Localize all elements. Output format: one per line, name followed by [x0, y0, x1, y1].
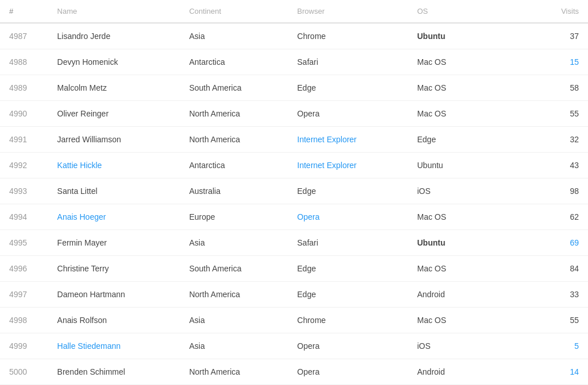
cell-os: iOS: [408, 333, 528, 359]
table-row: 4995Fermin MayerAsiaSafariUbuntu69: [0, 230, 588, 256]
cell-name: Christine Terry: [48, 256, 180, 282]
cell-visits: 69: [528, 230, 588, 256]
cell-name: Jarred Williamson: [48, 127, 180, 153]
cell-id: 4988: [0, 49, 48, 75]
table-row: 4992Kattie HickleAntarcticaInternet Expl…: [0, 153, 588, 178]
table-row: 4994Anais HoegerEuropeOperaMac OS62: [0, 204, 588, 230]
cell-browser: Safari: [288, 49, 408, 75]
cell-continent: Asia: [180, 230, 288, 256]
cell-continent: North America: [180, 359, 288, 385]
cell-continent: South America: [180, 75, 288, 101]
cell-os: Mac OS: [408, 256, 528, 282]
cell-id: 5000: [0, 359, 48, 385]
cell-id: 4994: [0, 204, 48, 230]
table-row: 4999Halle StiedemannAsiaOperaiOS5: [0, 333, 588, 359]
cell-name: Brenden Schimmel: [48, 359, 180, 385]
header-name: Name: [48, 0, 180, 23]
cell-browser: Edge: [288, 256, 408, 282]
cell-name: Fermin Mayer: [48, 230, 180, 256]
cell-name: Malcolm Metz: [48, 75, 180, 101]
cell-id: 4997: [0, 282, 48, 308]
cell-browser: Opera: [288, 101, 408, 127]
cell-browser: Chrome: [288, 308, 408, 333]
header-visits: Visits: [528, 0, 588, 23]
table-row: 4987Lisandro JerdeAsiaChromeUbuntu37: [0, 23, 588, 49]
cell-browser: Edge: [288, 178, 408, 204]
cell-os: Mac OS: [408, 75, 528, 101]
cell-continent: North America: [180, 101, 288, 127]
cell-visits: 33: [528, 282, 588, 308]
table-header-row: # Name Continent Browser OS Visits: [0, 0, 588, 23]
cell-browser: Opera: [288, 204, 408, 230]
header-continent: Continent: [180, 0, 288, 23]
cell-os: Mac OS: [408, 308, 528, 333]
cell-visits: 55: [528, 101, 588, 127]
cell-browser: Edge: [288, 75, 408, 101]
cell-name: Anais Hoeger: [48, 204, 180, 230]
cell-name: Santa Littel: [48, 178, 180, 204]
cell-name: Oliver Reinger: [48, 101, 180, 127]
cell-os: Ubuntu: [408, 153, 528, 178]
table-row: 4989Malcolm MetzSouth AmericaEdgeMac OS5…: [0, 75, 588, 101]
cell-visits: 5: [528, 333, 588, 359]
cell-id: 4995: [0, 230, 48, 256]
cell-browser: Opera: [288, 359, 408, 385]
cell-os: Ubuntu: [408, 23, 528, 49]
cell-continent: Antarctica: [180, 153, 288, 178]
cell-continent: North America: [180, 127, 288, 153]
table-row: 4996Christine TerrySouth AmericaEdgeMac …: [0, 256, 588, 282]
cell-browser: Internet Explorer: [288, 127, 408, 153]
cell-name: Kattie Hickle: [48, 153, 180, 178]
header-num: #: [0, 0, 48, 23]
cell-id: 4987: [0, 23, 48, 49]
cell-visits: 15: [528, 49, 588, 75]
cell-visits: 37: [528, 23, 588, 49]
cell-visits: 98: [528, 178, 588, 204]
cell-os: Android: [408, 282, 528, 308]
cell-name: Devyn Homenick: [48, 49, 180, 75]
cell-id: 4991: [0, 127, 48, 153]
cell-os: iOS: [408, 178, 528, 204]
cell-name: Halle Stiedemann: [48, 333, 180, 359]
cell-os: Android: [408, 359, 528, 385]
cell-visits: 62: [528, 204, 588, 230]
table-row: 4997Dameon HartmannNorth AmericaEdgeAndr…: [0, 282, 588, 308]
cell-id: 4998: [0, 308, 48, 333]
header-os: OS: [408, 0, 528, 23]
cell-id: 4993: [0, 178, 48, 204]
cell-browser: Internet Explorer: [288, 153, 408, 178]
cell-browser: Safari: [288, 230, 408, 256]
cell-name: Dameon Hartmann: [48, 282, 180, 308]
cell-continent: South America: [180, 256, 288, 282]
table-row: 4998Anais RolfsonAsiaChromeMac OS55: [0, 308, 588, 333]
cell-continent: Europe: [180, 204, 288, 230]
cell-continent: North America: [180, 282, 288, 308]
cell-visits: 43: [528, 153, 588, 178]
cell-browser: Chrome: [288, 23, 408, 49]
table-row: 4988Devyn HomenickAntarcticaSafariMac OS…: [0, 49, 588, 75]
cell-os: Edge: [408, 127, 528, 153]
data-table: # Name Continent Browser OS Visits 4987L…: [0, 0, 588, 385]
cell-continent: Asia: [180, 308, 288, 333]
cell-id: 4996: [0, 256, 48, 282]
cell-id: 4989: [0, 75, 48, 101]
cell-id: 4992: [0, 153, 48, 178]
cell-id: 4990: [0, 101, 48, 127]
cell-os: Mac OS: [408, 204, 528, 230]
cell-name: Lisandro Jerde: [48, 23, 180, 49]
table-row: 5000Brenden SchimmelNorth AmericaOperaAn…: [0, 359, 588, 385]
cell-visits: 58: [528, 75, 588, 101]
cell-visits: 84: [528, 256, 588, 282]
table-row: 4991Jarred WilliamsonNorth AmericaIntern…: [0, 127, 588, 153]
cell-visits: 55: [528, 308, 588, 333]
cell-os: Mac OS: [408, 101, 528, 127]
cell-continent: Australia: [180, 178, 288, 204]
header-browser: Browser: [288, 0, 408, 23]
table-row: 4993Santa LittelAustraliaEdgeiOS98: [0, 178, 588, 204]
cell-continent: Asia: [180, 23, 288, 49]
cell-visits: 32: [528, 127, 588, 153]
cell-continent: Antarctica: [180, 49, 288, 75]
cell-os: Ubuntu: [408, 230, 528, 256]
cell-os: Mac OS: [408, 49, 528, 75]
cell-visits: 14: [528, 359, 588, 385]
